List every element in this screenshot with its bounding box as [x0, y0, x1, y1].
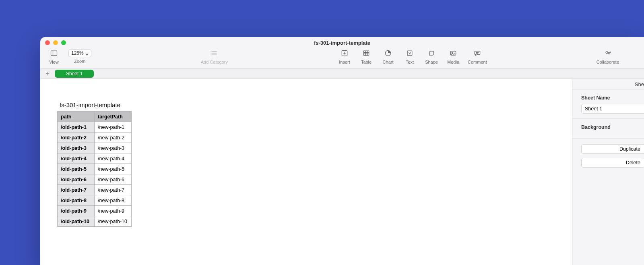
- cell[interactable]: /new-path-7: [95, 185, 132, 195]
- background-label: Background: [581, 124, 644, 130]
- table-row[interactable]: /old-path-3/new-path-3: [58, 143, 132, 153]
- toolbar: View 125% Zoom Add Category Insert: [40, 48, 644, 68]
- collaborate-button[interactable]: Collaborate: [594, 48, 621, 64]
- table-row[interactable]: /old-path-2/new-path-2: [58, 132, 132, 143]
- zoom-label: Zoom: [74, 59, 85, 64]
- titlebar: fs-301-import-template: [40, 37, 644, 48]
- zoom-button[interactable]: 125% Zoom: [66, 48, 94, 64]
- sheet-name-section: Sheet Name: [572, 89, 644, 119]
- cell[interactable]: /new-path-2: [95, 132, 132, 143]
- cell[interactable]: /new-path-6: [95, 174, 132, 185]
- media-label: Media: [447, 60, 459, 64]
- view-label: View: [49, 60, 59, 64]
- chart-label: Chart: [383, 60, 394, 64]
- row-header-cell[interactable]: /old-path-3: [58, 143, 95, 153]
- cell[interactable]: /new-path-1: [95, 122, 132, 132]
- svg-point-23: [608, 52, 610, 54]
- background-section: Background: [572, 119, 644, 139]
- row-header-cell[interactable]: /old-path-10: [58, 216, 95, 227]
- svg-point-5: [211, 51, 211, 52]
- sheet-tabs-bar: + Sheet 1: [40, 68, 644, 79]
- collaborate-label: Collaborate: [597, 60, 619, 64]
- insert-icon: [341, 48, 349, 58]
- sheet-name-input[interactable]: [581, 104, 644, 114]
- maximize-icon[interactable]: [61, 40, 66, 45]
- table-row[interactable]: /old-path-5/new-path-5: [58, 164, 132, 174]
- table-label: Table: [361, 60, 372, 64]
- sheet-name-label: Sheet Name: [581, 95, 644, 101]
- cell[interactable]: /new-path-4: [95, 153, 132, 164]
- table-button[interactable]: Table: [357, 48, 376, 64]
- insert-button[interactable]: Insert: [335, 48, 354, 64]
- collaborate-icon: [604, 48, 612, 58]
- row-header-cell[interactable]: /old-path-5: [58, 164, 95, 174]
- duplicate-button[interactable]: Duplicate: [581, 144, 644, 154]
- cell[interactable]: /new-path-5: [95, 164, 132, 174]
- comment-button[interactable]: Comment: [465, 48, 489, 64]
- table-title[interactable]: fs-301-import-template: [60, 101, 120, 108]
- shape-button[interactable]: Shape: [422, 48, 441, 64]
- add-category-label: Add Category: [201, 60, 228, 64]
- row-header-cell[interactable]: /old-path-7: [58, 185, 95, 195]
- svg-point-22: [606, 52, 608, 54]
- comment-icon: [473, 48, 481, 58]
- insert-label: Insert: [339, 60, 350, 64]
- work-area: fs-301-import-template path targetPath /…: [40, 79, 644, 265]
- text-icon: [406, 48, 414, 58]
- zoom-select[interactable]: 125%: [68, 49, 91, 57]
- svg-point-19: [452, 52, 453, 54]
- row-header-cell[interactable]: /old-path-9: [58, 206, 95, 216]
- traffic-lights: [45, 40, 66, 45]
- inspector-tab[interactable]: She: [572, 79, 644, 89]
- app-window: fs-301-import-template View 125% Zoom Ad…: [40, 37, 644, 265]
- svg-point-6: [211, 53, 211, 54]
- cell[interactable]: /new-path-8: [95, 195, 132, 206]
- text-button[interactable]: Text: [400, 48, 419, 64]
- data-table[interactable]: path targetPath /old-path-1/new-path-1/o…: [57, 111, 132, 227]
- text-label: Text: [406, 60, 414, 64]
- canvas[interactable]: fs-301-import-template path targetPath /…: [40, 79, 572, 265]
- add-sheet-button[interactable]: +: [43, 70, 52, 77]
- minimize-icon[interactable]: [53, 40, 58, 45]
- cell[interactable]: /new-path-3: [95, 143, 132, 153]
- zoom-value: 125%: [71, 50, 84, 56]
- col-header-targetpath[interactable]: targetPath: [95, 112, 132, 122]
- table-row[interactable]: /old-path-9/new-path-9: [58, 206, 132, 216]
- inspector-panel: She Sheet Name Background Duplicate Dele…: [572, 79, 644, 265]
- shape-label: Shape: [425, 60, 438, 64]
- table-header-row[interactable]: path targetPath: [58, 112, 132, 122]
- svg-rect-11: [363, 51, 369, 56]
- media-icon: [449, 48, 457, 58]
- cell[interactable]: /new-path-10: [95, 216, 132, 227]
- shape-icon: [427, 48, 436, 58]
- media-button[interactable]: Media: [444, 48, 463, 64]
- table-row[interactable]: /old-path-7/new-path-7: [58, 185, 132, 195]
- row-header-cell[interactable]: /old-path-8: [58, 195, 95, 206]
- row-header-cell[interactable]: /old-path-1: [58, 122, 95, 132]
- sidebar-icon: [50, 48, 58, 58]
- cell[interactable]: /new-path-9: [95, 206, 132, 216]
- col-header-path[interactable]: path: [58, 112, 95, 122]
- list-icon: [210, 48, 218, 58]
- view-button[interactable]: View: [44, 48, 64, 64]
- svg-rect-0: [51, 51, 57, 56]
- comment-label: Comment: [468, 60, 487, 64]
- sheet-tab-active[interactable]: Sheet 1: [55, 70, 94, 78]
- table-icon: [362, 48, 370, 58]
- table-row[interactable]: /old-path-6/new-path-6: [58, 174, 132, 185]
- table-row[interactable]: /old-path-4/new-path-4: [58, 153, 132, 164]
- close-icon[interactable]: [45, 40, 50, 45]
- row-header-cell[interactable]: /old-path-6: [58, 174, 95, 185]
- delete-button[interactable]: Delete: [581, 158, 644, 168]
- add-category-button[interactable]: Add Category: [198, 48, 230, 64]
- table-row[interactable]: /old-path-1/new-path-1: [58, 122, 132, 132]
- row-header-cell[interactable]: /old-path-2: [58, 132, 95, 143]
- row-header-cell[interactable]: /old-path-4: [58, 153, 95, 164]
- table-row[interactable]: /old-path-8/new-path-8: [58, 195, 132, 206]
- svg-point-7: [211, 55, 211, 55]
- window-title: fs-301-import-template: [40, 40, 644, 46]
- svg-rect-17: [407, 51, 412, 56]
- chart-icon: [384, 48, 392, 58]
- chart-button[interactable]: Chart: [378, 48, 398, 64]
- table-row[interactable]: /old-path-10/new-path-10: [58, 216, 132, 227]
